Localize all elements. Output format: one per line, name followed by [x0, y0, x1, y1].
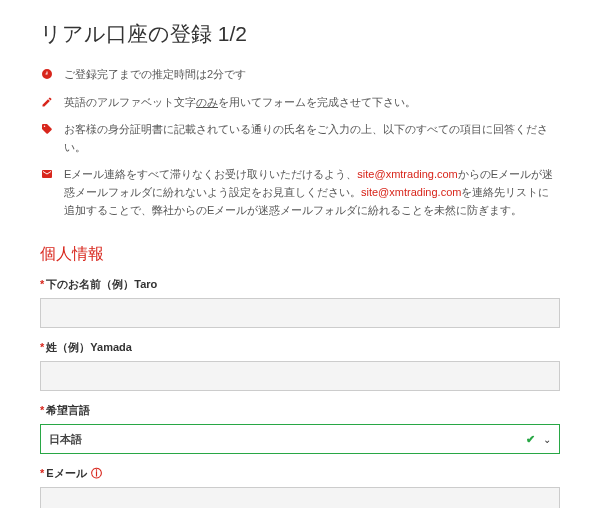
email-link[interactable]: site@xmtrading.com	[357, 168, 457, 180]
notice-text: ご登録完了までの推定時間は2分です	[64, 66, 246, 84]
first-name-group: *下のお名前（例）Taro	[40, 277, 560, 328]
pencil-icon	[40, 95, 54, 109]
info-icon[interactable]: ⓘ	[91, 466, 102, 481]
last-name-input[interactable]	[40, 361, 560, 391]
tag-icon	[40, 122, 54, 136]
last-name-label: *姓（例）Yamada	[40, 340, 560, 355]
chevron-down-icon: ⌄	[543, 434, 551, 445]
notice-item: ご登録完了までの推定時間は2分です	[40, 66, 560, 84]
email-label: *Eメールⓘ	[40, 466, 560, 481]
notice-item: Eメール連絡をすべて滞りなくお受け取りいただけるよう、site@xmtradin…	[40, 166, 560, 219]
check-icon: ✔	[526, 433, 535, 446]
email-group: *Eメールⓘ ご注意: お客様お一人につき一つのEメールアドレスのみご利用いただ…	[40, 466, 560, 508]
language-label: *希望言語	[40, 403, 560, 418]
email-link[interactable]: site@xmtrading.com	[361, 186, 461, 198]
language-group: *希望言語 日本語 ✔ ⌄	[40, 403, 560, 454]
notice-list: ご登録完了までの推定時間は2分です 英語のアルファベット文字のみを用いてフォーム…	[40, 66, 560, 219]
section-header: 個人情報	[40, 244, 560, 265]
language-value: 日本語	[49, 432, 82, 447]
notice-item: お客様の身分証明書に記載されている通りの氏名をご入力の上、以下のすべての項目に回…	[40, 121, 560, 156]
notice-text: Eメール連絡をすべて滞りなくお受け取りいただけるよう、site@xmtradin…	[64, 166, 560, 219]
email-input[interactable]	[40, 487, 560, 508]
left-column: *下のお名前（例）Taro *姓（例）Yamada *希望言語 日本語 ✔ ⌄ …	[40, 277, 560, 508]
form-grid: *下のお名前（例）Taro *姓（例）Yamada *希望言語 日本語 ✔ ⌄ …	[40, 277, 560, 508]
notice-text: 英語のアルファベット文字のみを用いてフォームを完成させて下さい。	[64, 94, 416, 112]
last-name-group: *姓（例）Yamada	[40, 340, 560, 391]
mail-icon	[40, 167, 54, 181]
first-name-input[interactable]	[40, 298, 560, 328]
notice-item: 英語のアルファベット文字のみを用いてフォームを完成させて下さい。	[40, 94, 560, 112]
first-name-label: *下のお名前（例）Taro	[40, 277, 560, 292]
clock-icon	[40, 67, 54, 81]
language-select[interactable]: 日本語 ✔ ⌄	[40, 424, 560, 454]
page-title: リアル口座の登録 1/2	[40, 20, 560, 48]
notice-text: お客様の身分証明書に記載されている通りの氏名をご入力の上、以下のすべての項目に回…	[64, 121, 560, 156]
